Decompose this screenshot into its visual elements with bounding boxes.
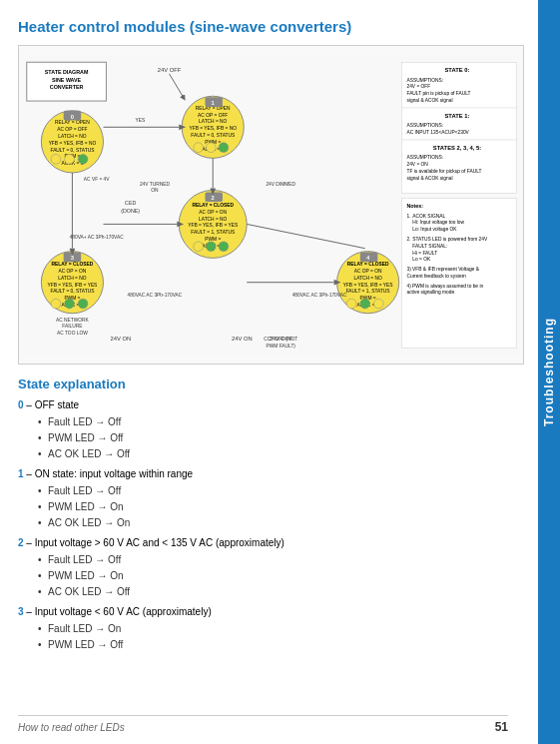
- diagram-area: STATE DIAGRAM SINE WAVE CONVERTER RELAY …: [18, 45, 524, 365]
- state-1-bullet-1: PWM LED → On: [38, 499, 524, 515]
- svg-text:FAULT = 0, STATUS: FAULT = 0, STATUS: [50, 148, 95, 153]
- svg-text:FAULT pin is pickup of FAULT: FAULT pin is pickup of FAULT: [406, 91, 470, 96]
- svg-text:ASSUMPTIONS:: ASSUMPTIONS:: [406, 78, 443, 83]
- state-3-number: 3: [18, 606, 24, 617]
- svg-text:24V = ON: 24V = ON: [406, 162, 428, 167]
- state-0-number: 0: [18, 399, 24, 410]
- state-2-desc: – Input voltage > 60 V AC and < 135 V AC…: [26, 537, 284, 548]
- svg-text:CCT OFF (NOT: CCT OFF (NOT: [264, 337, 297, 342]
- svg-text:AC TOO LOW: AC TOO LOW: [57, 331, 88, 336]
- svg-text:FAULT = 1, STATUS: FAULT = 1, STATUS: [191, 230, 236, 235]
- svg-point-52: [51, 299, 61, 309]
- svg-text:24V ON: 24V ON: [232, 336, 253, 342]
- svg-text:AC OP = ON: AC OP = ON: [354, 269, 382, 274]
- svg-text:signal & ACOK signal: signal & ACOK signal: [406, 98, 452, 103]
- state-0-bullet-0: Fault LED → Off: [38, 414, 524, 430]
- page-container: Troubleshooting Heater control modules (…: [0, 0, 560, 744]
- svg-text:ON: ON: [151, 188, 159, 193]
- svg-point-54: [78, 299, 88, 309]
- svg-text:(DONE): (DONE): [121, 208, 140, 214]
- svg-point-28: [219, 143, 229, 153]
- svg-text:LATCH = NO: LATCH = NO: [353, 276, 382, 281]
- svg-text:24V = OFF: 24V = OFF: [406, 84, 430, 89]
- svg-text:SINE WAVE: SINE WAVE: [52, 77, 82, 83]
- svg-text:AC NETWORK: AC NETWORK: [56, 318, 90, 323]
- svg-text:STATE 0:: STATE 0:: [444, 67, 469, 73]
- state-1-bullet-0: Fault LED → Off: [38, 483, 524, 499]
- main-content: Heater control modules (sine-wave conver…: [0, 0, 538, 744]
- state-list: 0 – OFF state Fault LED → Off PWM LED → …: [18, 397, 524, 653]
- svg-text:AC INPUT 135<ACUP<230V: AC INPUT 135<ACUP<230V: [406, 130, 469, 135]
- svg-text:Current feedback to system: Current feedback to system: [406, 274, 465, 279]
- section-title: State explanation: [18, 376, 524, 391]
- svg-point-26: [194, 143, 204, 153]
- state-2-bullets: Fault LED → Off PWM LED → On AC OK LED →…: [18, 552, 524, 600]
- page-title: Heater control modules (sine-wave conver…: [18, 18, 524, 35]
- side-tab-label: Troubleshooting: [542, 318, 556, 426]
- svg-text:24V OFF: 24V OFF: [158, 67, 182, 73]
- svg-text:ASSUMPTIONS:: ASSUMPTIONS:: [406, 123, 443, 128]
- state-0-bullets: Fault LED → Off PWM LED → Off AC OK LED …: [18, 414, 524, 462]
- svg-point-67: [373, 299, 383, 309]
- svg-text:480VA+ AC 3Ph-170VAC: 480VA+ AC 3Ph-170VAC: [70, 235, 125, 240]
- state-3-bullets: Fault LED → On PWM LED → Off: [18, 621, 524, 653]
- svg-point-39: [194, 242, 204, 252]
- svg-text:Hi: Input voltage too low: Hi: Input voltage too low: [412, 220, 464, 225]
- state-diagram-svg: STATE DIAGRAM SINE WAVE CONVERTER RELAY …: [19, 46, 523, 364]
- svg-point-66: [360, 299, 370, 309]
- svg-text:3) VFB & IFB represent Voltage: 3) VFB & IFB represent Voltage &: [406, 267, 479, 272]
- svg-text:STATES 2, 3, 4, 5:: STATES 2, 3, 4, 5:: [433, 145, 481, 151]
- svg-text:YFB = YES, IFB = NO: YFB = YES, IFB = NO: [189, 126, 237, 131]
- state-1-bullets: Fault LED → Off PWM LED → On AC OK LED →…: [18, 483, 524, 531]
- svg-point-27: [206, 143, 216, 153]
- svg-text:YFB = YES, IFB = YES: YFB = YES, IFB = YES: [343, 283, 394, 288]
- state-3-bullet-1: PWM LED → Off: [38, 637, 524, 653]
- svg-text:AC OP = ON: AC OP = ON: [59, 269, 87, 274]
- svg-text:active signalling mode: active signalling mode: [406, 290, 454, 295]
- svg-text:FAILURE: FAILURE: [62, 324, 83, 329]
- state-3-desc: – Input voltage < 60 V AC (approximately…: [26, 606, 211, 617]
- svg-text:CED: CED: [125, 200, 136, 206]
- state-0-bullet-2: AC OK LED → Off: [38, 446, 524, 462]
- state-1-bullet-2: AC OK LED → On: [38, 515, 524, 531]
- footer: How to read other LEDs 51: [18, 715, 508, 734]
- side-tab: Troubleshooting: [538, 0, 560, 744]
- svg-text:RELAY = CLOSED: RELAY = CLOSED: [347, 262, 389, 267]
- svg-text:YES: YES: [136, 118, 146, 123]
- svg-text:LATCH = NO: LATCH = NO: [199, 119, 228, 124]
- svg-text:signal & ACOK signal: signal & ACOK signal: [406, 176, 452, 181]
- svg-text:1.: 1.: [406, 214, 410, 219]
- svg-text:YFB = YES, IFB = YES: YFB = YES, IFB = YES: [47, 283, 98, 288]
- svg-point-65: [346, 299, 356, 309]
- svg-text:RELAY = CLOSED: RELAY = CLOSED: [192, 203, 234, 208]
- footer-left: How to read other LEDs: [18, 722, 125, 733]
- svg-text:LATCH = NO: LATCH = NO: [58, 134, 87, 139]
- svg-point-14: [65, 155, 75, 165]
- state-1-number: 1: [18, 468, 24, 479]
- svg-text:480VAC AC 3Ph-170VAC: 480VAC AC 3Ph-170VAC: [128, 293, 183, 298]
- svg-text:FAULT = 0, STATUS: FAULT = 0, STATUS: [191, 133, 236, 138]
- svg-point-40: [206, 242, 216, 252]
- svg-text:Notes:: Notes:: [406, 203, 423, 209]
- svg-text:STATUS LED is powered from 24V: STATUS LED is powered from 24V: [412, 237, 488, 242]
- state-2-number: 2: [18, 537, 24, 548]
- svg-text:24V ON: 24V ON: [111, 336, 132, 342]
- svg-text:Lo: Input voltage OK: Lo: Input voltage OK: [412, 227, 457, 232]
- svg-text:2.: 2.: [406, 237, 410, 242]
- state-0-bullet-1: PWM LED → Off: [38, 430, 524, 446]
- svg-text:CONVERTER: CONVERTER: [50, 84, 84, 90]
- state-item-2: 2 – Input voltage > 60 V AC and < 135 V …: [18, 535, 524, 550]
- svg-text:PWM FAULT): PWM FAULT): [266, 344, 295, 349]
- svg-text:FAULT = 0, STATUS: FAULT = 0, STATUS: [50, 289, 95, 294]
- svg-text:AC VF = 4V: AC VF = 4V: [84, 177, 110, 182]
- footer-page: 51: [495, 720, 508, 734]
- svg-text:YFB = YES, IFB = NO: YFB = YES, IFB = NO: [49, 141, 97, 146]
- state-item-0: 0 – OFF state: [18, 397, 524, 412]
- svg-text:AC OP = ON: AC OP = ON: [199, 210, 227, 215]
- svg-text:LATCH = NO: LATCH = NO: [199, 217, 228, 222]
- state-1-desc: – ON state: input voltage within range: [26, 468, 193, 479]
- svg-text:STATE DIAGRAM: STATE DIAGRAM: [45, 69, 89, 75]
- svg-text:24V TURNED: 24V TURNED: [140, 182, 171, 187]
- svg-point-15: [78, 155, 88, 165]
- state-item-3: 3 – Input voltage < 60 V AC (approximate…: [18, 604, 524, 619]
